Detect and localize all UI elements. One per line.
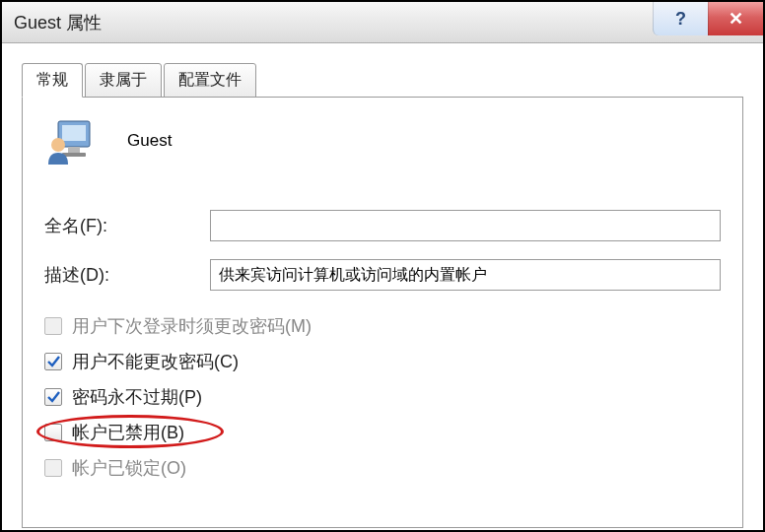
checkbox-account-locked: 帐户已锁定(O) [44,456,721,480]
checkbox-label: 帐户已禁用(B) [72,421,184,444]
window-titlebar: Guest 属性 ? ✕ [2,2,763,43]
checkbox-must-change-password: 用户下次登录时须更改密码(M) [44,314,721,338]
tab-profile[interactable]: 配置文件 [164,63,256,98]
checkbox-label: 帐户已锁定(O) [72,456,186,480]
checkbox-label: 用户下次登录时须更改密码(M) [72,314,312,338]
tab-label: 常规 [36,71,68,88]
checkbox-icon [44,459,62,477]
checkbox-icon [44,353,62,370]
checkbox-icon [44,424,62,441]
fullname-label: 全名(F): [44,214,210,237]
tab-strip: 常规 隶属于 配置文件 [22,61,743,97]
help-icon: ? [675,9,686,30]
dialog-content: 常规 隶属于 配置文件 Guest 全名(F): [2,43,763,530]
user-account-icon [44,115,100,166]
window-buttons: ? ✕ [653,2,763,35]
close-icon: ✕ [729,8,743,30]
checkbox-password-never-expires[interactable]: 密码永不过期(P) [44,385,721,409]
description-label: 描述(D): [44,263,210,287]
window-title: Guest 属性 [14,11,102,34]
fullname-row: 全名(F): [44,210,721,241]
svg-rect-2 [68,147,80,153]
checkbox-account-disabled[interactable]: 帐户已禁用(B) [44,421,721,444]
checkbox-list: 用户下次登录时须更改密码(M) 用户不能更改密码(C) 密码永不过期(P) 帐户… [44,314,721,480]
checkbox-label: 密码永不过期(P) [72,385,202,409]
svg-rect-1 [62,125,86,141]
description-row: 描述(D): [44,259,721,291]
checkbox-cannot-change-password[interactable]: 用户不能更改密码(C) [44,350,721,373]
fullname-input[interactable] [210,210,721,241]
help-button[interactable]: ? [653,2,708,35]
tab-memberof[interactable]: 隶属于 [85,63,162,98]
checkbox-icon [44,317,62,335]
tab-panel-general: Guest 全名(F): 描述(D): 用户下次登录时须更改密码(M) 用户不能… [22,97,743,528]
checkbox-label: 用户不能更改密码(C) [72,350,239,373]
checkbox-icon [44,388,62,406]
description-input[interactable] [210,259,721,291]
user-header: Guest [44,115,721,166]
tab-label: 隶属于 [100,71,147,88]
tab-general[interactable]: 常规 [22,63,83,98]
user-name-label: Guest [127,131,172,151]
svg-point-4 [51,138,65,152]
close-button[interactable]: ✕ [708,2,763,35]
tab-label: 配置文件 [178,71,242,88]
